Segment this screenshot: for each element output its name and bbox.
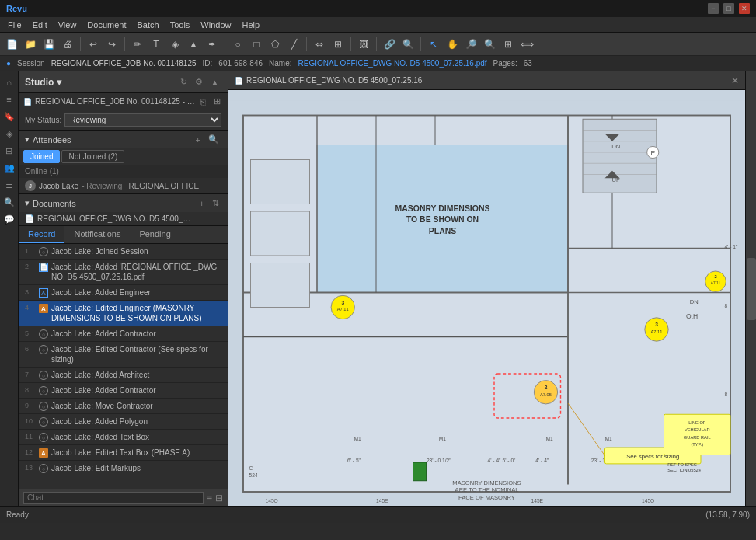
stamp-btn[interactable]: ◈	[166, 36, 183, 53]
undo-btn[interactable]: ↩	[85, 36, 102, 53]
pan-btn[interactable]: ✋	[444, 36, 461, 53]
record-text: Jacob Lake: Edited Engineer (MASONRY DIM…	[51, 303, 221, 323]
documents-header[interactable]: ▾ Documents + ⇅	[19, 194, 228, 212]
rail-home-icon[interactable]: ⌂	[2, 75, 17, 90]
poly-btn[interactable]: ⬠	[267, 36, 284, 53]
rail-pages-icon[interactable]: ≡	[2, 92, 17, 107]
minimize-button[interactable]: −	[708, 3, 719, 14]
zoom-out-btn[interactable]: 🔍	[481, 36, 498, 53]
menu-document[interactable]: Document	[82, 19, 131, 31]
record-item[interactable]: 4AJacob Lake: Edited Engineer (MASONRY D…	[19, 301, 228, 326]
maximize-button[interactable]: □	[723, 3, 734, 14]
left-panel: Studio ▾ ↻ ⚙ ▲ 📄 REGIONAL OFFICE_JOB No.…	[19, 71, 228, 506]
highlight-btn[interactable]: ▲	[185, 36, 202, 53]
svg-text:145E: 145E	[531, 498, 544, 503]
menu-window[interactable]: Window	[196, 19, 235, 31]
chat-list-btn[interactable]: ≡	[207, 493, 212, 503]
cursor-btn[interactable]: ↖	[425, 36, 442, 53]
attendee-location: REGIONAL OFFICE	[128, 182, 199, 190]
rect-btn[interactable]: □	[248, 36, 265, 53]
record-item[interactable]: 10○Jacob Lake: Added Polygon	[19, 414, 228, 430]
menu-batch[interactable]: Batch	[133, 19, 164, 31]
tab-record[interactable]: Record	[19, 226, 64, 243]
tab-pending[interactable]: Pending	[130, 226, 179, 243]
attendees-add-btn[interactable]: +	[193, 134, 203, 145]
open-btn[interactable]: 📁	[22, 36, 39, 53]
rail-bookmarks-icon[interactable]: 🔖	[2, 109, 17, 124]
chat-filter-btn[interactable]: ⊟	[215, 493, 223, 503]
record-item[interactable]: 8○Jacob Lake: Added Contractor	[19, 383, 228, 399]
search-btn[interactable]: 🔍	[399, 36, 416, 53]
menu-tools[interactable]: Tools	[165, 19, 195, 31]
rail-markup-icon[interactable]: ◈	[2, 126, 17, 141]
record-text: Jacob Lake: Added Polygon	[51, 416, 221, 427]
status-select[interactable]: Reviewing Approved	[64, 113, 221, 127]
studio-doc-icon: 📄	[23, 98, 32, 106]
print-btn[interactable]: 🖨	[59, 36, 76, 53]
area-btn[interactable]: ⊞	[329, 36, 347, 53]
studio-settings-btn[interactable]: ⚙	[193, 76, 205, 88]
chat-bar: ≡ ⊟	[19, 489, 228, 506]
record-item[interactable]: 5○Jacob Lake: Added Contractor	[19, 326, 228, 342]
rail-comments-icon[interactable]: 💬	[2, 211, 17, 227]
rail-properties-icon[interactable]: ≣	[2, 177, 17, 193]
save-btn[interactable]: 💾	[40, 36, 57, 53]
rail-layers-icon[interactable]: ⊟	[2, 143, 17, 159]
tab-joined[interactable]: Joined	[23, 150, 60, 163]
new-btn[interactable]: 📄	[3, 36, 20, 53]
record-tabs: Record Notifications Pending	[19, 226, 228, 244]
studio-dropdown-icon[interactable]: ▾	[57, 77, 61, 88]
tab-notifications[interactable]: Notifications	[64, 226, 130, 243]
record-item[interactable]: 11○Jacob Lake: Added Text Box	[19, 430, 228, 445]
tab-not-joined[interactable]: Not Joined (2)	[61, 150, 124, 163]
drawing-canvas[interactable]: DN UP E MASONRY DIMENSIONS TO BE SHOWN O…	[228, 90, 745, 506]
attendees-search-btn[interactable]: 🔍	[206, 134, 221, 145]
rail-studio-icon[interactable]: 👥	[2, 160, 17, 176]
docs-add-btn[interactable]: +	[197, 197, 207, 209]
fit-btn[interactable]: ⊞	[500, 36, 517, 53]
record-text: Jacob Lake: Joined Session	[51, 246, 221, 256]
record-item[interactable]: 3AJacob Lake: Added Engineer	[19, 285, 228, 301]
menu-file[interactable]: File	[3, 19, 26, 31]
attendees-header[interactable]: ▾ Attendees + 🔍	[19, 131, 228, 148]
drawing-close-btn[interactable]: ✕	[731, 75, 739, 86]
svg-rect-67	[413, 462, 427, 481]
record-text: Jacob Lake: Edited Text Box (PHASE A)	[51, 448, 221, 458]
studio-doc-copy-btn[interactable]: ⎘	[198, 96, 208, 107]
measure-btn[interactable]: ⇔	[311, 36, 328, 53]
close-button[interactable]: ✕	[739, 3, 750, 14]
studio-refresh-btn[interactable]: ↻	[178, 76, 190, 88]
record-item[interactable]: 12AJacob Lake: Edited Text Box (PHASE A)	[19, 445, 228, 461]
docs-sort-btn[interactable]: ⇅	[210, 197, 221, 209]
menu-view[interactable]: View	[54, 19, 82, 31]
zoom-in-btn[interactable]: 🔎	[462, 36, 479, 53]
markup-btn[interactable]: ✏	[129, 36, 146, 53]
shape-btn[interactable]: ○	[229, 36, 246, 53]
record-icon: A	[39, 288, 48, 298]
redo-btn[interactable]: ↪	[103, 36, 120, 53]
doc-icon: 📄	[25, 214, 34, 223]
rail-search-icon[interactable]: 🔍	[2, 194, 17, 210]
pen-btn[interactable]: ✒	[204, 36, 221, 53]
photo-btn[interactable]: 🖼	[355, 36, 372, 53]
chat-input[interactable]	[23, 492, 204, 504]
menu-edit[interactable]: Edit	[28, 19, 52, 31]
menu-help[interactable]: Help	[237, 19, 264, 31]
svg-text:145O: 145O	[642, 498, 654, 503]
session-pages-label: Pages:	[493, 59, 517, 68]
fit-width-btn[interactable]: ⟺	[518, 36, 535, 53]
record-item[interactable]: 9○Jacob Lake: Move Contractor	[19, 399, 228, 414]
studio-expand-btn[interactable]: ▲	[208, 76, 221, 88]
doc-row-1[interactable]: 📄 REGIONAL OFFICE_DWG NO. D5 4500_07.2..…	[19, 212, 228, 225]
studio-doc-menu-btn[interactable]: ⊞	[211, 96, 223, 107]
text-btn[interactable]: T	[148, 36, 165, 53]
line-btn[interactable]: ╱	[285, 36, 302, 53]
record-item[interactable]: 1○Jacob Lake: Joined Session	[19, 244, 228, 260]
record-item[interactable]: 2📄Jacob Lake: Added 'REGIONAL OFFICE _DW…	[19, 260, 228, 285]
record-item[interactable]: 13○Jacob Lake: Edit Markups	[19, 461, 228, 476]
record-item[interactable]: 7○Jacob Lake: Added Architect	[19, 368, 228, 383]
link-btn[interactable]: 🔗	[381, 36, 398, 53]
right-scrollbar[interactable]	[747, 258, 756, 320]
record-item[interactable]: 6○Jacob Lake: Edited Contractor (See spe…	[19, 342, 228, 368]
svg-text:ARE TO THE NOMINAL: ARE TO THE NOMINAL	[455, 486, 519, 493]
